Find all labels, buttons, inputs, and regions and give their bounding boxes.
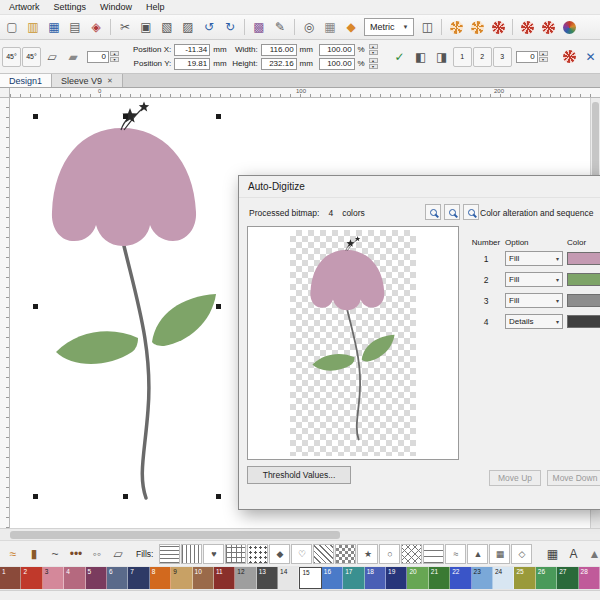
zoom-fit-icon[interactable] <box>463 204 479 220</box>
tab-close-icon[interactable]: ✕ <box>107 77 113 85</box>
menu-help[interactable]: Help <box>139 1 172 13</box>
width-input[interactable]: 116.00 <box>261 44 297 56</box>
palette-swatch-25[interactable]: 25 <box>514 567 535 589</box>
fill-tatami-icon[interactable] <box>159 544 180 564</box>
palette-swatch-1[interactable]: 1 <box>0 567 21 589</box>
scale-y-spinner[interactable]: ▴ ▾ <box>369 58 378 69</box>
flower-artwork[interactable] <box>52 102 216 499</box>
fill-triangles-icon[interactable]: ▲ <box>467 544 488 564</box>
color-swatch[interactable] <box>567 315 600 328</box>
palette-swatch-6[interactable]: 6 <box>107 567 128 589</box>
stitch-cross-icon[interactable]: ✕ <box>581 47 600 67</box>
palette-swatch-12[interactable]: 12 <box>235 567 256 589</box>
option-dropdown[interactable]: Fill▾ <box>505 293 563 308</box>
units-dropdown[interactable]: Metric ▼ <box>364 18 414 36</box>
lettering-icon[interactable]: A <box>563 544 583 564</box>
scale-x-spinner[interactable]: ▴ ▾ <box>369 44 378 55</box>
fill-squares-icon[interactable]: ▦ <box>489 544 510 564</box>
offset-input[interactable]: 0 <box>516 51 538 63</box>
selection-handle[interactable] <box>33 494 38 499</box>
fill-dots-icon[interactable] <box>247 544 268 564</box>
tab-sleeve-v9[interactable]: Sleeve V9✕ <box>52 74 123 87</box>
selection-handle[interactable] <box>216 304 221 309</box>
show-grid-icon[interactable]: ▦ <box>320 17 340 37</box>
position-y-input[interactable]: 19.81 <box>174 58 210 70</box>
palette-swatch-5[interactable]: 5 <box>86 567 107 589</box>
palette-swatch-16[interactable]: 16 <box>322 567 343 589</box>
fill-bricks-icon[interactable] <box>423 544 444 564</box>
palette-swatch-27[interactable]: 27 <box>557 567 578 589</box>
palette-swatch-15[interactable]: 15 <box>299 567 321 589</box>
tab-design1[interactable]: Design1 <box>0 74 52 87</box>
palette-swatch-2[interactable]: 2 <box>21 567 42 589</box>
rotate-angle-spinner[interactable]: ▴ ▾ <box>110 51 119 62</box>
undo-icon[interactable]: ↺ <box>199 17 219 37</box>
spin-down-icon[interactable]: ▾ <box>539 57 548 62</box>
show-hoop-icon[interactable]: ◎ <box>299 17 319 37</box>
offset-spinner[interactable]: ▴ ▾ <box>539 51 548 62</box>
stamp-icon-3[interactable] <box>488 17 508 37</box>
print-icon[interactable]: ▤ <box>65 17 85 37</box>
palette-swatch-17[interactable]: 17 <box>343 567 364 589</box>
flower-design[interactable] <box>20 100 250 520</box>
move-up-button[interactable]: Move Up <box>489 470 541 486</box>
mirror-y-icon[interactable]: ◨ <box>432 47 452 67</box>
palette-swatch-3[interactable]: 3 <box>43 567 64 589</box>
fill-diamond-icon[interactable]: ◆ <box>269 544 290 564</box>
move-down-button[interactable]: Move Down <box>547 470 600 486</box>
horizontal-scrollbar[interactable] <box>0 528 600 540</box>
palette-swatch-11[interactable]: 11 <box>214 567 235 589</box>
tools-icon[interactable]: ◆ <box>341 17 361 37</box>
skew-right-icon[interactable]: ▰ <box>63 47 83 67</box>
threshold-values-button[interactable]: Threshold Values... <box>247 466 351 484</box>
palette-swatch-22[interactable]: 22 <box>450 567 471 589</box>
cut-icon[interactable]: ✂ <box>115 17 135 37</box>
palette-swatch-7[interactable]: 7 <box>128 567 149 589</box>
selection-handle[interactable] <box>123 494 128 499</box>
outline-stitch-icon[interactable]: ≈ <box>3 544 23 564</box>
redo-icon[interactable]: ↻ <box>220 17 240 37</box>
spin-down-icon[interactable]: ▾ <box>369 64 378 69</box>
palette-swatch-26[interactable]: 26 <box>536 567 557 589</box>
rotate-cw-45-icon[interactable]: 45° <box>22 47 41 67</box>
horizontal-scrollbar-thumb[interactable] <box>10 531 340 539</box>
pinwheel-icon-2[interactable] <box>538 17 558 37</box>
fill-checker-icon[interactable] <box>335 544 356 564</box>
weave-program-icon[interactable]: ▦ <box>542 544 562 564</box>
copy-icon[interactable]: ▣ <box>136 17 156 37</box>
option-dropdown[interactable]: Details▾ <box>505 314 563 329</box>
rotate-ccw-45-icon[interactable]: 45° <box>2 47 21 67</box>
fill-satin-icon[interactable] <box>181 544 202 564</box>
fill-crosshatch-icon[interactable] <box>401 544 422 564</box>
palette-swatch-23[interactable]: 23 <box>472 567 493 589</box>
color-swatch[interactable] <box>567 252 600 265</box>
vector-mode-icon[interactable]: ▱ <box>108 544 128 564</box>
mirror-x-icon[interactable]: ◧ <box>411 47 431 67</box>
option-dropdown[interactable]: Fill▾ <box>505 251 563 266</box>
satin-line-icon[interactable]: ▮ <box>24 544 44 564</box>
sequin-run-icon[interactable]: ◦◦ <box>87 544 107 564</box>
scale-y-input[interactable]: 100.00 <box>319 58 355 70</box>
palette-swatch-19[interactable]: 19 <box>386 567 407 589</box>
stamp-icon-1[interactable] <box>446 17 466 37</box>
skew-left-icon[interactable]: ▱ <box>42 47 62 67</box>
zoom-in-icon[interactable] <box>425 204 441 220</box>
palette-swatch-10[interactable]: 10 <box>193 567 214 589</box>
hoop-layout-2-icon[interactable]: 2 <box>473 47 492 67</box>
color-swatch[interactable] <box>567 273 600 286</box>
pinwheel-icon-3[interactable] <box>559 17 579 37</box>
clone-icon[interactable]: ▨ <box>178 17 198 37</box>
new-design-icon[interactable]: ▢ <box>2 17 22 37</box>
palette-swatch-24[interactable]: 24 <box>493 567 514 589</box>
palette-swatch-14[interactable]: 14 <box>278 567 299 589</box>
palette-swatch-4[interactable]: 4 <box>64 567 85 589</box>
fill-lattice-icon[interactable] <box>313 544 334 564</box>
position-x-input[interactable]: -11.34 <box>174 44 210 56</box>
palette-swatch-18[interactable]: 18 <box>365 567 386 589</box>
zoom-out-icon[interactable] <box>444 204 460 220</box>
hoop-layout-3-icon[interactable]: 3 <box>493 47 512 67</box>
fill-ripple-icon[interactable]: ◇ <box>511 544 532 564</box>
stamp-icon-2[interactable] <box>467 17 487 37</box>
selection-handle[interactable] <box>33 114 38 119</box>
menu-settings[interactable]: Settings <box>47 1 94 13</box>
